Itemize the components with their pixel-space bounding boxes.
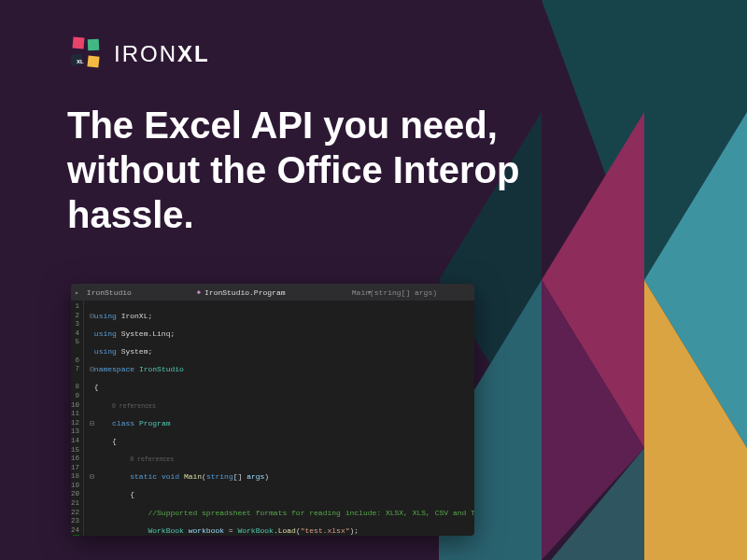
editor-titlebar: ▸ IronStudio ◆ IronStudio.Program ▪ Main… xyxy=(71,284,474,301)
svg-text:XL: XL xyxy=(77,59,84,64)
brand-logo: XL IRONXL xyxy=(67,35,210,73)
code-content: ⊟using IronXL; using System.Linq; using … xyxy=(84,301,474,536)
headline-text: The Excel API you need, without the Offi… xyxy=(67,103,627,237)
method-name: Main(string[] args) xyxy=(352,288,437,297)
file-name: IronStudio.Program xyxy=(204,288,285,297)
svg-rect-9 xyxy=(88,39,100,51)
logo-mark-icon: XL xyxy=(67,35,105,73)
code-editor-window: ▸ IronStudio ◆ IronStudio.Program ▪ Main… xyxy=(71,284,474,536)
file-icon: ◆ xyxy=(197,288,201,296)
svg-rect-11 xyxy=(87,55,99,67)
line-numbers: 12345 67 8910111213141516171819202122232… xyxy=(71,301,84,536)
svg-rect-8 xyxy=(72,36,84,49)
project-name: IronStudio xyxy=(87,288,132,297)
brand-name: IRONXL xyxy=(114,41,210,67)
